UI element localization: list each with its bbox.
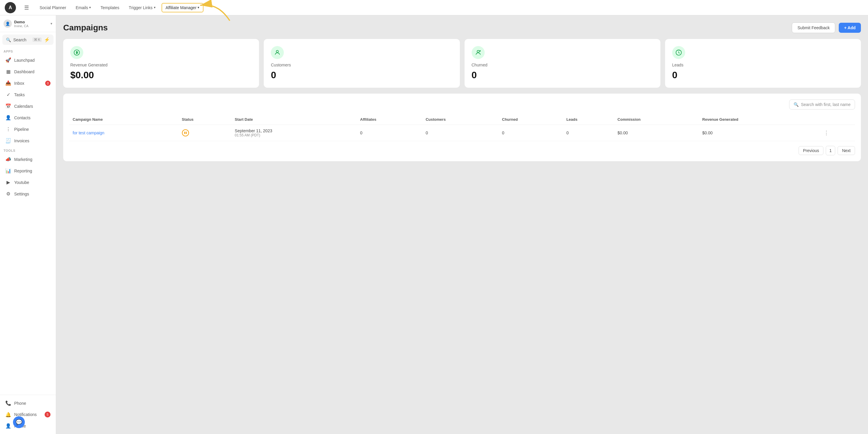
row-actions-menu[interactable]: ⋮ [824, 130, 829, 136]
start-date-cell: September 11, 2023 01:55 AM (PDT) [231, 125, 356, 141]
affiliate-manager-dropdown-arrow: ▾ [197, 6, 199, 9]
stat-card-leads: Leads 0 [665, 39, 861, 88]
youtube-icon: ▶ [5, 180, 11, 185]
col-leads: Leads [563, 114, 614, 125]
churned-icon [472, 46, 485, 59]
app-logo: A [5, 2, 16, 13]
col-start-date: Start Date [231, 114, 356, 125]
launchpad-icon: 🚀 [5, 57, 11, 63]
add-button[interactable]: + Add [839, 23, 861, 33]
user-avatar: 👤 [4, 20, 12, 28]
table-search[interactable]: 🔍 Search with first, last name [789, 99, 855, 110]
phone-icon: 📞 [5, 400, 11, 406]
leads-icon [672, 46, 685, 59]
tools-section-label: Tools [0, 147, 56, 154]
hamburger-icon[interactable]: ☰ [24, 4, 29, 11]
affiliates-cell: 0 [356, 125, 422, 141]
table-section: 🔍 Search with first, last name Campaign … [63, 94, 861, 161]
sidebar-item-calendars[interactable]: 📅 Calendars [2, 101, 54, 112]
nav-emails[interactable]: Emails ▾ [72, 4, 94, 12]
col-status: Status [178, 114, 231, 125]
customers-icon [271, 46, 284, 59]
profile-icon: 👤 [5, 423, 11, 429]
inbox-badge: 0 [45, 81, 51, 86]
tasks-icon: ✓ [5, 92, 11, 97]
table-top: 🔍 Search with first, last name [69, 99, 855, 110]
table-search-icon: 🔍 [794, 102, 799, 107]
sidebar-item-inbox[interactable]: 📥 Inbox 0 [2, 78, 54, 89]
table-row: for test campaign September 11, 2023 01:… [69, 125, 855, 141]
calendars-icon: 📅 [5, 103, 11, 109]
main-content: Campaigns Submit Feedback + Add Revenue … [56, 16, 868, 434]
nav-affiliate-manager[interactable]: Affiliate Manager ▾ [161, 3, 204, 12]
stat-card-customers: Customers 0 [264, 39, 460, 88]
sidebar-user[interactable]: 👤 Demo Irvine, CA ▾ [0, 16, 56, 32]
emails-dropdown-arrow: ▾ [89, 6, 91, 9]
notifications-icon: 🔔 [5, 412, 11, 417]
sidebar-item-reporting[interactable]: 📊 Reporting [2, 165, 54, 176]
user-location: Irvine, CA [14, 24, 48, 28]
nav-trigger-links[interactable]: Trigger Links ▾ [125, 4, 159, 12]
contacts-icon: 👤 [5, 115, 11, 120]
pagination-next[interactable]: Next [838, 146, 855, 155]
pagination-page-1[interactable]: 1 [826, 146, 835, 155]
customers-value: 0 [271, 70, 453, 81]
churned-label: Churned [472, 63, 653, 67]
stat-card-revenue: Revenue Generated $0.00 [63, 39, 259, 88]
col-customers: Customers [422, 114, 499, 125]
submit-feedback-button[interactable]: Submit Feedback [792, 23, 835, 33]
sidebar-item-marketing[interactable]: 📣 Marketing [2, 154, 54, 165]
sidebar-item-notifications[interactable]: 🔔 Notifications 5 [2, 409, 54, 420]
sidebar-bottom: 📞 Phone 🔔 Notifications 5 👤 Profile [0, 395, 56, 434]
svg-point-3 [477, 51, 479, 53]
search-label: Search [13, 37, 30, 42]
revenue-icon [70, 46, 83, 59]
trigger-links-dropdown-arrow: ▾ [154, 6, 156, 9]
campaign-name-link[interactable]: for test campaign [73, 130, 104, 135]
chat-bubble[interactable]: 💬 [13, 416, 25, 428]
leads-cell: 0 [563, 125, 614, 141]
commission-cell: $0.00 [614, 125, 699, 141]
col-commission: Commission [614, 114, 699, 125]
stat-cards: Revenue Generated $0.00 Customers 0 Chur… [63, 39, 861, 88]
sidebar-item-launchpad[interactable]: 🚀 Launchpad [2, 55, 54, 66]
sidebar-search[interactable]: 🔍 Search ⌘ K ⚡ [2, 35, 54, 45]
top-nav-links: Social Planner Emails ▾ Templates Trigge… [36, 3, 863, 12]
sidebar-item-tasks[interactable]: ✓ Tasks [2, 89, 54, 100]
sidebar-item-phone[interactable]: 📞 Phone [2, 398, 54, 409]
sidebar: 👤 Demo Irvine, CA ▾ 🔍 Search ⌘ K ⚡ Apps … [0, 16, 56, 434]
col-churned: Churned [499, 114, 563, 125]
dashboard-icon: ▦ [5, 69, 11, 74]
revenue-value: $0.00 [70, 70, 252, 81]
col-campaign-name: Campaign Name [69, 114, 178, 125]
pagination-previous[interactable]: Previous [799, 146, 824, 155]
sidebar-item-settings[interactable]: ⚙ Settings [2, 188, 54, 199]
marketing-icon: 📣 [5, 156, 11, 162]
svg-rect-7 [184, 132, 185, 134]
leads-label: Leads [672, 63, 854, 67]
page-title: Campaigns [63, 23, 108, 32]
reporting-icon: 📊 [5, 168, 11, 174]
sidebar-item-invoices[interactable]: 🧾 Invoices [2, 135, 54, 146]
nav-templates[interactable]: Templates [97, 4, 123, 12]
sidebar-item-contacts[interactable]: 👤 Contacts [2, 112, 54, 123]
customers-label: Customers [271, 63, 453, 67]
pipeline-icon: ⋮ [5, 126, 11, 132]
revenue-cell: $0.00 [699, 125, 820, 141]
inbox-icon: 📥 [5, 80, 11, 86]
col-actions [820, 114, 855, 125]
apps-section-label: Apps [0, 47, 56, 54]
flash-icon: ⚡ [44, 37, 50, 42]
churned-value: 0 [472, 70, 653, 81]
app-body: 👤 Demo Irvine, CA ▾ 🔍 Search ⌘ K ⚡ Apps … [0, 16, 868, 434]
settings-icon: ⚙ [5, 191, 11, 197]
sidebar-item-pipeline[interactable]: ⋮ Pipeline [2, 124, 54, 135]
sidebar-item-profile[interactable]: 👤 Profile [2, 421, 54, 431]
col-affiliates: Affiliates [356, 114, 422, 125]
customers-cell: 0 [422, 125, 499, 141]
table-search-placeholder: Search with first, last name [801, 102, 850, 107]
nav-social-planner[interactable]: Social Planner [36, 4, 70, 12]
sidebar-item-youtube[interactable]: ▶ Youtube [2, 177, 54, 188]
sidebar-item-dashboard[interactable]: ▦ Dashboard [2, 66, 54, 77]
search-icon: 🔍 [6, 37, 11, 42]
